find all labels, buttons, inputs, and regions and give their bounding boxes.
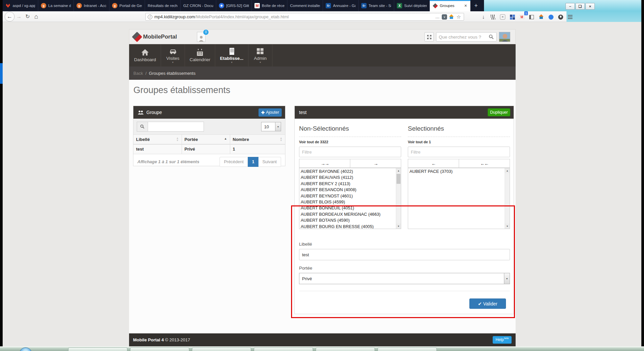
listbox-scrollbar[interactable]: ▲ ▼ bbox=[505, 168, 510, 229]
taskbar-app-button[interactable] bbox=[130, 347, 189, 351]
column-header-portee[interactable]: ▲ Portée bbox=[182, 135, 230, 144]
taskbar-app-button[interactable] bbox=[254, 347, 313, 351]
site-info-icon[interactable]: i bbox=[148, 15, 152, 19]
move-all-right-button[interactable]: →→ bbox=[299, 159, 350, 168]
gmail-notifier-icon[interactable]: M 1 bbox=[518, 13, 526, 21]
extension-globe-icon[interactable] bbox=[556, 13, 565, 21]
pagination-next[interactable]: Suivant bbox=[258, 157, 281, 167]
listbox-scrollbar[interactable]: ▲ ▼ bbox=[396, 168, 401, 229]
browser-tab[interactable]: Intranet - Accueil × bbox=[74, 0, 109, 11]
unselected-listbox[interactable]: AUBERT BAYONNE (4022)AUBERT BEAUVAIS (41… bbox=[299, 168, 401, 229]
page-size-select[interactable]: 10 ▼ bbox=[261, 122, 281, 131]
start-button[interactable] bbox=[19, 347, 32, 351]
browser-tab[interactable]: aspd / xg-app-bo × bbox=[3, 0, 38, 11]
url-bar[interactable]: i mp4.kidilizgroup.com/MobilePortal4/ind… bbox=[145, 13, 464, 21]
browser-tab[interactable]: Boîte de réception × bbox=[252, 0, 287, 11]
unselected-filter-input[interactable] bbox=[299, 147, 401, 157]
back-button[interactable]: ← bbox=[5, 12, 15, 22]
list-item[interactable]: AUBERT BERCY 2 (4113) bbox=[299, 181, 396, 187]
table-row[interactable]: test Privé 1 bbox=[133, 144, 285, 154]
notifications-button[interactable]: 0 bbox=[197, 32, 206, 42]
scroll-up-icon[interactable]: ▲ bbox=[505, 168, 510, 173]
nav-item-dashboard[interactable]: Dashboard bbox=[129, 44, 161, 66]
move-left-button[interactable]: ← bbox=[408, 159, 459, 168]
list-item[interactable]: AUBERT BESANCON (4008) bbox=[299, 187, 396, 193]
list-item[interactable]: AUBERT PACE (3703) bbox=[408, 169, 505, 175]
tab-close-icon[interactable]: × bbox=[464, 3, 468, 8]
extension-grid-icon[interactable] bbox=[508, 13, 517, 21]
selected-count[interactable]: Voir tout de 1 bbox=[408, 140, 510, 144]
fullscreen-expand-button[interactable] bbox=[424, 32, 434, 42]
pagination-page-1[interactable]: 1 bbox=[248, 157, 258, 167]
list-item[interactable]: AUBERT BORDEAUX MERIGNAC (4663) bbox=[299, 211, 396, 217]
list-item[interactable]: AUBERT BEAUVAIS (4112) bbox=[299, 175, 396, 180]
forward-button[interactable]: → bbox=[15, 12, 23, 21]
libelle-input[interactable] bbox=[299, 249, 510, 260]
window-restore-button[interactable]: ❏ bbox=[575, 3, 585, 10]
browser-tab[interactable]: GZ CRON - Documen × bbox=[181, 0, 216, 11]
nav-item-etablissements[interactable]: Etablisse... ▼ bbox=[215, 44, 248, 66]
browser-tab[interactable]: Suivi déploiement × bbox=[394, 0, 430, 11]
extension-blue-icon[interactable] bbox=[547, 13, 555, 21]
valider-button[interactable]: ✔ Valider bbox=[469, 298, 506, 309]
add-group-button[interactable]: ✚ Ajouter bbox=[258, 108, 282, 117]
extension-house-icon[interactable] bbox=[448, 13, 454, 21]
library-icon[interactable] bbox=[489, 13, 497, 21]
home-button[interactable]: ⌂ bbox=[32, 12, 41, 21]
browser-tab[interactable]: Groupes × bbox=[430, 0, 470, 11]
selected-filter-input[interactable] bbox=[408, 147, 510, 157]
list-item[interactable]: AUBERT BLOIS (4599) bbox=[299, 199, 396, 205]
list-item[interactable]: AUBERT BOTANS (4590) bbox=[299, 217, 396, 223]
scroll-down-icon[interactable]: ▼ bbox=[505, 224, 510, 229]
url-text[interactable]: mp4.kidilizgroup.com/MobilePortal4/index… bbox=[154, 14, 432, 19]
new-tab-button[interactable]: + bbox=[470, 0, 482, 11]
selected-listbox[interactable]: AUBERT PACE (3703) ▲ ▼ bbox=[408, 168, 510, 229]
group-search-input[interactable] bbox=[148, 122, 204, 132]
list-item[interactable]: AUBERT BEYNOST (4601) bbox=[299, 193, 396, 199]
portal-search[interactable] bbox=[436, 32, 497, 42]
menu-icon[interactable] bbox=[566, 13, 574, 21]
reload-button[interactable]: ↻ bbox=[23, 12, 32, 21]
portal-logo[interactable]: MobilePortal bbox=[133, 33, 177, 41]
browser-tab[interactable]: Annuaire - Garsys × bbox=[323, 0, 359, 11]
column-header-libelle[interactable]: ▲▼ Libellé bbox=[133, 135, 182, 144]
list-item[interactable]: AUBERT BOURG EN BRESSE (4005) bbox=[299, 224, 396, 229]
portee-select[interactable]: Privé ▼ bbox=[299, 273, 510, 284]
list-item[interactable]: AUBERT BAYONNE (4022) bbox=[299, 169, 396, 175]
browser-tab[interactable]: La semaine de l'in × bbox=[38, 0, 74, 11]
pagination-prev[interactable]: Précédent bbox=[220, 157, 248, 167]
window-minimize-button[interactable]: – bbox=[565, 3, 575, 10]
nav-item-calendrier[interactable]: Calendrier bbox=[185, 44, 215, 66]
scroll-up-icon[interactable]: ▲ bbox=[396, 168, 401, 173]
browser-tab[interactable]: Résultats de recherch × bbox=[145, 0, 181, 11]
duplicate-button[interactable]: Dupliquer bbox=[488, 108, 510, 116]
scrollbar-thumb[interactable] bbox=[397, 174, 401, 184]
bookmark-star-icon[interactable]: ☆ bbox=[456, 13, 462, 21]
taskbar-app-button[interactable] bbox=[316, 347, 375, 351]
list-item[interactable]: AUBERT BONNEUIL (4051) bbox=[299, 205, 396, 211]
browser-tab[interactable]: Team site - Suivie × bbox=[359, 0, 394, 11]
taskbar-app-button[interactable] bbox=[378, 347, 437, 351]
taskbar-app-button[interactable] bbox=[68, 347, 127, 351]
user-avatar[interactable] bbox=[499, 32, 510, 42]
browser-tab[interactable]: [GRS-52] Gittage × bbox=[216, 0, 252, 11]
sidebar-icon[interactable] bbox=[527, 13, 536, 21]
extension-x-icon[interactable]: ✕ bbox=[498, 13, 507, 21]
download-icon[interactable]: ↓ bbox=[479, 13, 488, 21]
move-all-left-button[interactable]: ←← bbox=[459, 159, 510, 168]
column-header-nombre[interactable]: ▲▼ Nombre bbox=[230, 135, 285, 144]
nav-item-admin[interactable]: Admin ▼ bbox=[248, 44, 272, 66]
page-actions-icon[interactable]: … bbox=[434, 13, 440, 21]
extension-house2-icon[interactable] bbox=[537, 13, 546, 21]
pocket-icon[interactable]: ∨ bbox=[442, 14, 447, 20]
unselected-count[interactable]: Voir tout de 3322 bbox=[299, 140, 401, 144]
browser-tab[interactable]: Comment installer un × bbox=[287, 0, 323, 11]
nav-item-visites[interactable]: Visites ▼ bbox=[161, 44, 185, 66]
taskbar-app-button[interactable] bbox=[192, 347, 251, 351]
help-button[interactable]: Helpbeta bbox=[493, 336, 512, 344]
window-close-button[interactable]: × bbox=[585, 3, 595, 10]
portal-search-input[interactable] bbox=[439, 35, 487, 40]
move-right-button[interactable]: → bbox=[350, 159, 401, 168]
breadcrumb-back-link[interactable]: Back bbox=[133, 71, 143, 76]
scroll-down-icon[interactable]: ▼ bbox=[396, 224, 401, 229]
